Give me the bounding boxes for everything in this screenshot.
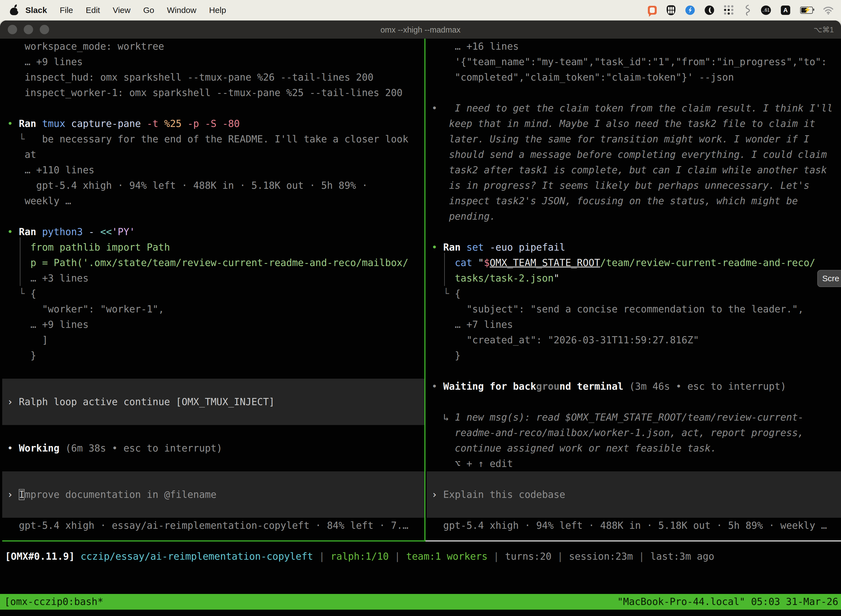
wifi-icon[interactable]	[823, 6, 834, 15]
terminal-line: gpt-5.4 xhigh · 94% left · 488K in · 5.1…	[2, 178, 424, 193]
terminal-line: from pathlib import Path	[2, 239, 424, 255]
menu-item-file[interactable]: File	[53, 6, 79, 15]
text-segment: turns:20	[505, 551, 552, 562]
terminal-line: should send a message before completing …	[426, 147, 841, 162]
tmux-session-label: [omx-cczip0:bash*	[0, 594, 103, 610]
text-segment: weekly …	[7, 195, 71, 207]
terminal-line: └ be necessary for the end of the README…	[2, 131, 424, 147]
keypad-shield-icon[interactable]	[667, 5, 675, 15]
right-pane[interactable]: … +16 lines '{"team_name":"my-team","tas…	[426, 39, 841, 540]
menu-items: Slack File Edit View Go Window Help	[0, 5, 232, 16]
menu-item-go[interactable]: Go	[137, 6, 161, 15]
terminal-line: › Improve documentation in @filename	[2, 487, 424, 502]
terminal-line: workspace_mode: worktree	[2, 39, 424, 54]
text-segment: └	[7, 133, 42, 145]
menu-item-view[interactable]: View	[106, 6, 136, 15]
dots-grid-icon[interactable]	[724, 5, 734, 15]
terminal-line: p = Path('.omx/state/team/review-current…	[2, 255, 424, 270]
terminal-line	[2, 456, 424, 471]
battery-bolt-icon: ⚡	[803, 6, 811, 13]
apple-menu-icon[interactable]	[9, 5, 19, 16]
orange-chat-icon[interactable]	[648, 6, 657, 15]
text-segment: '{"team_name":"my-team","task_id":"1","f…	[432, 56, 827, 67]
text-segment: -	[89, 226, 100, 238]
right-pane-bottom-border	[425, 540, 841, 541]
terminal-line	[2, 209, 424, 224]
terminal-window: omx --xhigh --madmax ⌥⌘1 workspace_mode:…	[0, 21, 841, 616]
terminal-line: continue assigned work or next feasible …	[426, 440, 841, 456]
text-segment: └	[7, 288, 30, 299]
text-segment: }	[432, 350, 460, 361]
terminal-line: inspect_worker-1: omx sparkshell --tmux-…	[2, 85, 424, 100]
crescent-circle-icon[interactable]	[705, 6, 714, 15]
text-segment: |	[313, 551, 331, 562]
text-segment: Waiting for back	[443, 381, 536, 392]
menu-item-edit[interactable]: Edit	[79, 6, 107, 15]
terminal-line: … +7 lines	[426, 317, 841, 332]
text-segment: •	[432, 242, 443, 253]
text-segment: pending.	[432, 211, 495, 222]
menu-item-help[interactable]: Help	[203, 6, 233, 15]
left-pane[interactable]: workspace_mode: worktree … +9 lines insp…	[2, 39, 424, 540]
text-segment: Ralph loop active continue [OMX_TMUX_INJ…	[19, 396, 274, 407]
text-segment: /team/review-current-readme-and-reco/	[600, 257, 815, 268]
terminal-line: "created_at": "2026-03-31T11:59:27.816Z"	[426, 332, 841, 348]
text-segment: •	[432, 381, 443, 392]
text-segment: cczip/essay/ai-reimplementation-copyleft	[81, 551, 313, 562]
text-segment: should send a message before completing …	[432, 149, 827, 160]
terminal-line: "subject": "send a concise recommendatio…	[426, 301, 841, 317]
menu-item-window[interactable]: Window	[161, 6, 203, 15]
text-segment: •	[432, 103, 443, 114]
terminal-line: • Working (6m 38s • esc to interrupt)	[2, 440, 424, 456]
terminal-line	[2, 100, 424, 116]
terminal-line	[2, 363, 424, 378]
text-segment: mprove documentation in @filename	[25, 489, 216, 500]
terminal-line: ↳ 1 new msg(s): read $OMX_TEAM_STATE_ROO…	[426, 409, 841, 425]
terminal-line: › Ralph loop active continue [OMX_TMUX_I…	[2, 394, 424, 409]
text-segment: nd terminal	[560, 381, 629, 392]
terminal-line: … +16 lines	[426, 39, 841, 54]
text-segment: ›	[432, 489, 443, 500]
text-segment: OMX_TEAM_STATE_ROOT	[490, 257, 600, 268]
text-segment: be necessary for the end of the README. …	[42, 133, 408, 145]
text-segment: last:3m ago	[651, 551, 714, 562]
terminal-line	[426, 224, 841, 239]
count-badge-icon[interactable]: ..61	[761, 6, 771, 15]
text-segment: workspace_mode: worktree	[7, 41, 164, 52]
terminal-line: … +9 lines	[2, 54, 424, 70]
left-pane-bottom-border	[2, 540, 425, 541]
left-pane-lines: workspace_mode: worktree … +9 lines insp…	[2, 39, 424, 533]
text-segment: at	[7, 149, 36, 160]
screen-overlay-button[interactable]: Scre	[817, 270, 841, 287]
text-segment: ›	[7, 396, 19, 407]
chat-inner	[650, 7, 655, 13]
a-square-icon[interactable]: A	[781, 6, 790, 15]
text-segment: readme-and-reco/mailbox/worker-1.json, a…	[432, 427, 804, 438]
squiggle-icon[interactable]	[744, 5, 751, 16]
text-segment: %25	[164, 118, 188, 129]
text-segment: task2 after task1 is complete, but can I…	[432, 164, 827, 176]
text-segment: set	[466, 242, 489, 253]
battery-icon[interactable]: ⚡	[800, 7, 813, 14]
text-segment: └	[432, 288, 455, 299]
text-segment: (6m 38s • esc to interrupt)	[65, 443, 223, 454]
chat-tail	[649, 14, 652, 17]
text-segment: |	[552, 551, 569, 562]
zigzag-badge-icon[interactable]	[686, 6, 695, 15]
terminal-line: inspect_hud: omx sparkshell --tmux-pane …	[2, 70, 424, 85]
pane-divider[interactable]	[424, 39, 425, 541]
menu-item-app[interactable]: Slack	[23, 6, 53, 15]
text-segment: ↳	[432, 412, 455, 423]
menu-status-icons: ..61 A ⚡	[648, 5, 841, 16]
terminal-line: • Waiting for background terminal (3m 46…	[426, 378, 841, 394]
window-title-bar[interactable]: omx --xhigh --madmax ⌥⌘1	[0, 21, 841, 39]
text-segment: [OMX#0.11.9]	[5, 551, 81, 562]
text-segment: inspect_hud: omx sparkshell --tmux-pane …	[7, 72, 374, 83]
text-segment: (3m 46s • esc to interrupt)	[629, 381, 786, 392]
text-segment: |	[488, 551, 505, 562]
terminal-line: keep that in mind. Maybe I also need the…	[426, 116, 841, 131]
text-segment: gpt-5.4 xhigh · 94% left · 488K in · 5.1…	[432, 520, 827, 531]
terminal-line	[426, 394, 841, 409]
text-segment: ralph:1/10	[331, 551, 389, 562]
text-segment: capture-pane	[71, 118, 147, 129]
